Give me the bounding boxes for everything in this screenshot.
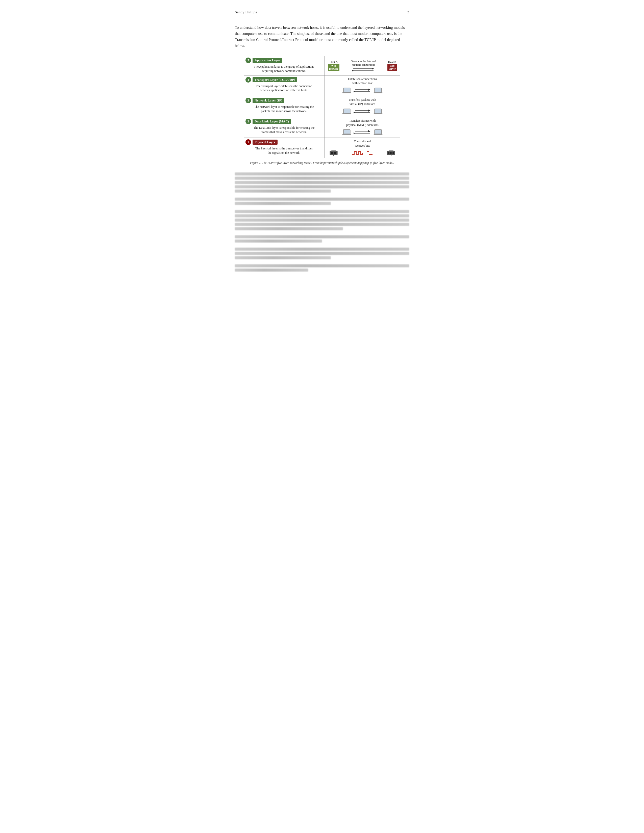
layer-num-5: 5 <box>245 58 251 63</box>
app-arrows-svg <box>352 68 375 72</box>
web-browser-badge: WebBrowser <box>328 64 340 71</box>
svg-rect-29 <box>334 152 335 154</box>
svg-rect-28 <box>332 152 333 154</box>
layer-left-transport: 4 Transport Layer (TCP/UDP) The Transpor… <box>244 76 325 96</box>
physical-right-text: Transmits andreceives bits <box>354 139 371 148</box>
network-arrow-row <box>327 108 398 115</box>
host-b-label: Host B <box>388 60 396 63</box>
layer-right-datalink: Transfers frames withphysical (MAC) addr… <box>325 117 400 138</box>
layer-left-network: 3 Network Layer (IP) The Network layer i… <box>244 96 325 117</box>
layer-datalink: 2 Data Link Layer (MAC) The Data Link la… <box>244 117 400 138</box>
svg-rect-3 <box>344 88 350 92</box>
web-server-badge: WebServer <box>387 64 397 71</box>
blurred-para-4 <box>235 235 409 243</box>
layer-desc-datalink: The Data Link layer is responsible for c… <box>245 125 322 135</box>
layer-desc-network: The Network layer is responsible for cre… <box>245 104 322 114</box>
svg-rect-8 <box>375 88 381 92</box>
layer-name-datalink: Data Link Layer (MAC) <box>253 119 291 124</box>
transport-arrows <box>354 88 371 93</box>
figure-caption: Figure 1. The TCP/IP five-layer networki… <box>235 161 409 165</box>
laptop-left-datalink <box>342 129 351 136</box>
app-middle-text: Generates the data andrequests connectio… <box>351 60 376 67</box>
svg-rect-27 <box>331 152 332 154</box>
layer-right-application: Host A WebBrowser Generates the data and… <box>325 56 400 75</box>
layer-network: 3 Network Layer (IP) The Network layer i… <box>244 96 400 117</box>
laptop-left-transport <box>342 87 351 95</box>
layer-right-network: Transfers packets withvirtual (IP) addre… <box>325 96 400 117</box>
layer-physical: 1 Physical Layer The Physical layer is t… <box>244 138 400 158</box>
svg-rect-36 <box>391 152 393 154</box>
datalink-arrows <box>354 130 371 135</box>
host-b: Host B WebServer <box>387 60 397 71</box>
transport-arrow-row <box>327 87 398 95</box>
svg-rect-30 <box>335 152 336 154</box>
blurred-para-3 <box>235 210 409 230</box>
svg-rect-11 <box>344 109 350 113</box>
connector-right <box>386 150 396 156</box>
layer-num-2: 2 <box>245 119 251 124</box>
transport-right-content: Establishes connectionswith remote host <box>327 77 398 95</box>
tcp-ip-diagram: 5 Application Layer The Application laye… <box>244 56 400 158</box>
host-a-label: Host A <box>330 60 338 63</box>
svg-rect-31 <box>331 150 336 151</box>
page-number: 2 <box>407 10 409 14</box>
datalink-arrow-row <box>327 129 398 136</box>
layer-desc-transport: The Transport layer establishes the conn… <box>245 84 322 93</box>
layer-num-1: 1 <box>245 139 251 145</box>
layer-desc-application: The Application layer is the group of ap… <box>245 64 322 74</box>
svg-rect-24 <box>375 130 381 133</box>
datalink-right-content: Transfers frames withphysical (MAC) addr… <box>327 119 398 136</box>
layer-transport: 4 Transport Layer (TCP/UDP) The Transpor… <box>244 75 400 96</box>
network-arrows <box>354 109 371 114</box>
blurred-para-1 <box>235 172 409 193</box>
layer-title-application: 5 Application Layer <box>245 58 322 63</box>
network-right-content: Transfers packets withvirtual (IP) addre… <box>327 98 398 115</box>
layer-name-transport: Transport Layer (TCP/UDP) <box>253 77 297 82</box>
svg-rect-38 <box>389 150 393 151</box>
layer-title-network: 3 Network Layer (IP) <box>245 98 322 103</box>
layer-right-physical: Transmits andreceives bits <box>325 138 400 158</box>
layer-name-network: Network Layer (IP) <box>253 98 284 103</box>
laptop-right-datalink <box>373 129 383 136</box>
laptop-left-network <box>342 108 351 115</box>
blurred-para-2 <box>235 198 409 205</box>
layer-title-datalink: 2 Data Link Layer (MAC) <box>245 119 322 124</box>
layer-title-transport: 4 Transport Layer (TCP/UDP) <box>245 77 322 82</box>
layer-name-application: Application Layer <box>253 58 282 63</box>
svg-rect-20 <box>343 134 351 135</box>
laptop-right-transport <box>373 87 383 95</box>
datalink-right-text: Transfers frames withphysical (MAC) addr… <box>346 119 378 127</box>
host-a: Host A WebBrowser <box>328 60 340 71</box>
layer-num-4: 4 <box>245 77 251 82</box>
laptop-right-network <box>373 108 383 115</box>
svg-rect-37 <box>393 152 394 154</box>
physical-devices <box>327 150 398 156</box>
layer-title-physical: 1 Physical Layer <box>245 139 322 145</box>
physical-right-content: Transmits andreceives bits <box>327 139 398 156</box>
layer-num-3: 3 <box>245 98 251 103</box>
layer-left-application: 5 Application Layer The Application laye… <box>244 56 325 75</box>
layer-left-datalink: 2 Data Link Layer (MAC) The Data Link la… <box>244 117 325 138</box>
author-name: Sandy Phillips <box>235 10 257 14</box>
svg-rect-16 <box>375 109 381 113</box>
connector-left <box>329 150 338 156</box>
blurred-para-5 <box>235 248 409 259</box>
svg-rect-12 <box>343 113 351 114</box>
waveform-svg <box>352 150 372 156</box>
svg-rect-35 <box>390 152 391 154</box>
app-right-section: Host A WebBrowser Generates the data and… <box>327 60 398 72</box>
network-right-text: Transfers packets withvirtual (IP) addre… <box>349 98 376 106</box>
layer-desc-physical: The Physical layer is the transceiver th… <box>245 146 322 156</box>
intro-text: To understand how data travels between n… <box>235 24 409 49</box>
layer-right-transport: Establishes connectionswith remote host <box>325 76 400 96</box>
layer-application: 5 Application Layer The Application laye… <box>244 56 400 76</box>
svg-rect-4 <box>343 92 351 93</box>
svg-rect-34 <box>388 152 390 154</box>
layer-left-physical: 1 Physical Layer The Physical layer is t… <box>244 138 325 158</box>
svg-rect-25 <box>374 134 382 135</box>
svg-rect-19 <box>344 130 350 133</box>
transport-right-text: Establishes connectionswith remote host <box>348 77 377 85</box>
blurred-para-6 <box>235 264 409 272</box>
app-middle: Generates the data andrequests connectio… <box>340 60 387 72</box>
layer-name-physical: Physical Layer <box>253 140 277 145</box>
